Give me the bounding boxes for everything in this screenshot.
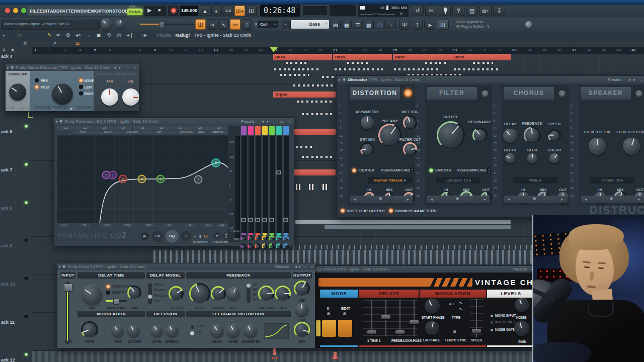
mono-input-led[interactable] [491,315,493,317]
model-mono[interactable]: Mono [154,283,164,286]
loop-record-icon[interactable]: Ш+ [234,6,245,16]
smoothing-icon[interactable]: ∿ [218,19,229,30]
model-stereo[interactable]: Stereo [154,288,165,292]
chorus-footer[interactable]: ◂✺▸ [504,196,567,203]
distortion-power-led[interactable] [404,89,412,97]
type-led-pair[interactable] [449,303,455,306]
eq-band-strip-6[interactable] [276,126,282,242]
model-selector-handle[interactable] [148,295,152,299]
eq-band-handle-1[interactable]: 1 [109,171,117,179]
main-volume-knob[interactable] [101,19,112,30]
next-preset-icon[interactable]: ▸ [119,64,121,71]
project-title-box[interactable]: [NiekHuggers] Ignite - Project File 02 [1,20,100,30]
select-icon[interactable]: ◼ [97,32,101,38]
band-name-prs[interactable]: PRS [196,131,207,134]
menu-options[interactable]: OPTIONS [95,9,116,14]
band-gain-handle[interactable] [256,218,260,222]
peakmeters-radio[interactable] [389,209,393,213]
band-header[interactable]: C7 [172,126,190,130]
delete-icon[interactable]: ⊘ [66,32,70,38]
dry-mix-knob[interactable] [360,142,374,156]
center-radio[interactable] [352,168,357,173]
fb-res-knob[interactable] [227,287,240,300]
track-7-mute-led[interactable] [25,163,28,166]
input-slider-handle[interactable] [64,284,72,292]
track-11-mute-led[interactable] [25,315,28,319]
pattern-step-box[interactable]: ▸ [282,21,291,29]
chorus-color-knob[interactable] [549,153,559,163]
minimize-icon[interactable]: – [275,118,277,125]
smooth-radio[interactable] [429,168,434,173]
sat-label[interactable]: Sat [196,330,202,334]
chorus-delay-knob[interactable] [503,129,517,143]
band-gain-handle[interactable] [249,218,253,222]
parametric-eq-window[interactable]: ▸✺Fruity Parametric EQ 2 (TPS - Ignite -… [54,117,294,246]
chorus-depth-knob[interactable] [505,153,515,163]
eq-graph[interactable]: 2 1 3 4 5 7 6 [57,135,228,223]
speaker-power-led[interactable] [635,89,643,97]
mode-edit-led[interactable] [343,312,346,315]
vol-knob[interactable] [122,88,139,106]
vintage-chorus-titlebar[interactable]: age Chorus (TPS - Ignite - Stab 13 Cmin)… [315,266,535,273]
soft-clip-radio[interactable] [341,209,345,213]
zoom-icon[interactable]: ◎ [117,32,121,38]
track-label-11[interactable]: ack 11 [1,320,15,325]
mute-icon[interactable]: ◂× [75,32,81,38]
mic-icon[interactable] [439,5,451,16]
gear-icon[interactable]: ✺ [379,197,382,201]
band-freq-knob[interactable] [248,235,254,241]
undo-icon[interactable]: ↺ [412,5,424,16]
distortion-type-selector[interactable]: Harmor Classic ▸ [368,177,412,184]
invert-left-radio[interactable] [79,85,83,89]
play-button[interactable]: ▶ [147,7,151,14]
model-off[interactable]: Off [154,299,159,303]
close-window-button[interactable] [5,8,10,13]
band-freq-knob[interactable] [269,235,275,241]
eq-band-handle-4[interactable]: 4 [138,175,146,184]
sep-minus-label[interactable]: - [22,106,24,110]
invert-wet-led[interactable] [491,321,493,324]
pattern-clip-bass-3[interactable]: Bass [393,54,452,60]
window-menu-icon[interactable]: ▸ [56,119,58,124]
distructor-titlebar[interactable]: ▸✺Distructor (TPS - Ignite - Stab 13 Cmi… [337,76,644,83]
playlist-close-icon[interactable]: × [11,47,14,53]
fbd-knee-knob[interactable] [227,324,240,337]
audio-clip-bar[interactable] [325,225,511,229]
invert-none-radio[interactable] [79,78,83,82]
speed-handle[interactable] [472,329,481,333]
eq-band-strip-7[interactable] [283,126,289,242]
track-6-mute-led[interactable] [25,125,28,128]
band-name-bass[interactable]: BASS [93,131,122,134]
breadcrumb-window[interactable]: Playlist [157,33,172,38]
smart-disable-icon[interactable]: ➔ [207,19,217,30]
eq-band-handle-3[interactable]: 3 [119,175,127,184]
window-menu-icon[interactable]: ▸ [339,77,341,82]
gear-icon[interactable]: ✺ [343,77,346,82]
playlist-tool-grid-icon[interactable]: Ш [75,41,79,46]
mode-ii-led[interactable] [327,312,330,315]
band-gain-handle[interactable] [263,218,267,222]
monitor-minus-icon[interactable]: − [194,234,196,239]
fb-filter-handle[interactable] [247,284,251,288]
stereo-sep-knob[interactable] [9,83,26,101]
channel-display[interactable]: Bass + [291,20,329,29]
delay-time-1-handle[interactable] [367,330,376,334]
loop-select-icon[interactable]: ⟲ [107,32,111,38]
keep-pitch-radio[interactable] [106,291,110,295]
playhead-marker[interactable] [270,47,278,52]
speaker-type-selector[interactable]: Combo 05 ▸ [590,177,634,184]
band-header[interactable]: C1 [57,126,75,130]
resonance-knob[interactable] [472,128,488,143]
filter-power-led[interactable] [481,89,489,97]
chorus-blur-knob[interactable] [527,153,537,163]
monitor-solo-icon[interactable]: ◎ [204,234,208,239]
shuffle-slider-thumb[interactable] [159,21,165,28]
band-freq-knob[interactable] [240,235,247,241]
shuffle-slider-track[interactable] [140,24,194,25]
browser-icon[interactable]: ◳ [375,20,385,29]
vintage-chorus-window[interactable]: age Chorus (TPS - Ignite - Stab 13 Cmin)… [314,265,535,348]
eq-band-strip-3[interactable] [255,126,261,242]
close-icon[interactable]: × [133,64,136,71]
eq-lin-button[interactable]: LIN [152,231,163,242]
gear-icon[interactable]: ✺ [533,197,536,201]
